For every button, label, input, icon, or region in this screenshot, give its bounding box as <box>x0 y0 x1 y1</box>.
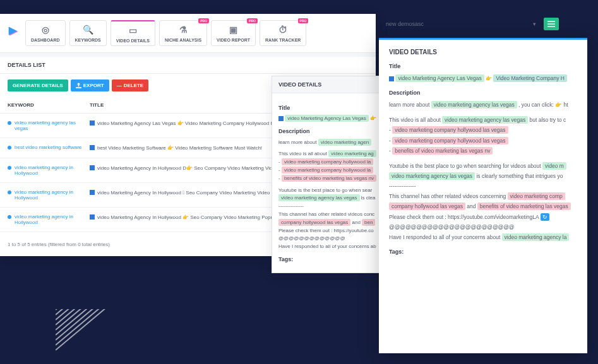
hamburger-icon <box>547 21 555 27</box>
tags-label: Tags: <box>389 249 577 255</box>
nav-tab-video-report[interactable]: ▣VIDEO REPORTPRO <box>211 20 256 46</box>
video-icon <box>90 120 95 126</box>
title-text: video Marketing Agency In Hollywood 👉 Se… <box>97 214 293 221</box>
description-label: Description <box>278 127 391 136</box>
tab-icon: ⏱ <box>277 25 289 36</box>
tab-icon: ▣ <box>228 25 239 36</box>
bullet-icon <box>8 121 11 125</box>
list-section-header: DETAILS LIST <box>0 57 376 74</box>
title-label: Title <box>278 103 391 112</box>
export-button[interactable]: EXPORT <box>71 79 109 91</box>
pro-badge: PRO <box>247 18 258 23</box>
nav-tab-niche-analysis[interactable]: ⚗NICHE ANALYSISPRO <box>159 20 207 46</box>
keyword-text: video marketing agency in Hollywood <box>15 165 90 176</box>
tab-icon: 🔍 <box>82 25 93 36</box>
right-header: VIDEO DETAILS <box>389 49 577 56</box>
chevron-down-icon: ▾ <box>533 21 536 27</box>
nav-tab-video-details[interactable]: ▭VIDEO DETAILS <box>111 20 155 46</box>
video-icon <box>90 165 95 170</box>
minus-icon: — <box>117 83 122 88</box>
tab-icon: ◎ <box>40 25 51 36</box>
menu-button[interactable] <box>544 18 559 30</box>
bullet-icon <box>8 146 11 150</box>
col-keyword: KEYWORD <box>8 102 90 108</box>
keyword-text: best video marketing software <box>15 144 81 150</box>
delete-button[interactable]: — DELETE <box>112 79 149 91</box>
tab-icon: ▭ <box>127 25 138 37</box>
keyword-text: video marketing agency in Hollywood <box>15 189 90 201</box>
project-dropdown[interactable]: new demosasc ▾ <box>382 18 540 30</box>
export-icon <box>76 83 81 88</box>
title-text: video Marketing Agency In Hollywood 🛛 Se… <box>97 189 270 196</box>
title-label: Title <box>389 63 577 69</box>
video-icon <box>389 76 394 81</box>
app-logo-icon <box>8 25 20 38</box>
refresh-icon[interactable]: ↻ <box>541 213 549 221</box>
keyword-text: video marketing agency las vegas <box>15 120 90 131</box>
nav-tab-dashboard[interactable]: ◎DASHBOARD <box>25 20 66 46</box>
nav-tab-rank-tracker[interactable]: ⏱RANK TRACKERPRO <box>260 20 306 46</box>
dropdown-selected: new demosasc <box>386 21 424 27</box>
bullet-icon <box>8 191 11 194</box>
video-icon <box>90 190 95 195</box>
title-highlight: video Marketing Agency Las Vegas <box>285 115 369 122</box>
video-details-right-panel: VIDEO DETAILS Title video Marketing Agen… <box>379 38 587 353</box>
bullet-icon <box>8 166 11 170</box>
generate-details-button[interactable]: GENERATE DETAILS <box>8 79 68 91</box>
entries-info: 1 to 5 of 5 entries (filtered from 0 tot… <box>8 242 110 247</box>
bullet-icon <box>8 215 11 219</box>
description-label: Description <box>389 90 577 96</box>
video-icon <box>90 214 95 220</box>
tab-icon: ⚗ <box>177 25 189 36</box>
video-icon <box>278 116 284 121</box>
topbar: ◎DASHBOARD🔍KEYWORDS▭VIDEO DETAILS⚗NICHE … <box>0 14 376 53</box>
pro-badge: PRO <box>198 18 209 23</box>
title-text: video Marketing Agency In Hollywood D👉 S… <box>97 165 278 172</box>
title-text: best Video Marketing Software 👉 Video Ma… <box>97 144 262 151</box>
pro-badge: PRO <box>298 18 309 23</box>
keyword-text: video marketing agency in Hollywood <box>15 214 90 225</box>
decorative-lines <box>56 309 144 353</box>
video-icon <box>90 145 95 150</box>
tags-label: Tags: <box>278 255 391 264</box>
nav-tab-keywords[interactable]: 🔍KEYWORDS <box>69 20 107 46</box>
